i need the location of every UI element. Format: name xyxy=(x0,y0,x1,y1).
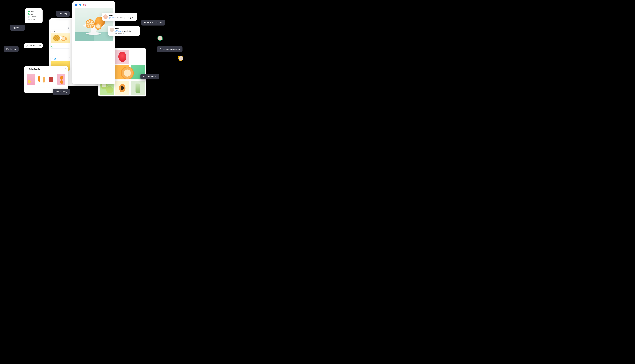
upload-icon xyxy=(26,68,28,70)
approval-item[interactable]: Jack xyxy=(28,10,41,12)
approver-name: Jack xyxy=(31,10,34,12)
upload-thumbnail[interactable] xyxy=(27,74,35,85)
caption-placeholder xyxy=(52,44,69,44)
multiple-views-pill: Multiple views xyxy=(141,74,159,80)
upload-caption-placeholder xyxy=(47,87,55,88)
mention[interactable]: @Mark xyxy=(109,17,115,19)
collaborator-cursor xyxy=(158,36,163,40)
gallery-thumbnail[interactable] xyxy=(115,65,129,80)
clock-icon xyxy=(26,45,28,47)
instagram-icon[interactable] xyxy=(83,4,86,6)
svg-rect-0 xyxy=(84,4,86,6)
facebook-icon xyxy=(52,58,53,60)
comment-bubble[interactable]: Anna @Mark is this post good to go? xyxy=(102,13,137,20)
instagram-icon xyxy=(57,58,58,60)
gallery-thumbnail[interactable] xyxy=(115,50,129,64)
check-icon xyxy=(28,11,30,12)
gallery-thumbnail[interactable] xyxy=(131,50,145,64)
approval-item[interactable]: Samuel xyxy=(28,16,41,18)
scheduled-label: Post scheduled xyxy=(29,45,41,47)
approver-name: Anne xyxy=(31,18,35,20)
media-library-pill: Media library xyxy=(53,89,70,95)
tiktok-icon xyxy=(54,30,56,32)
comment-author: Mark xyxy=(115,28,138,30)
upload-thumbnail[interactable] xyxy=(47,74,55,85)
comment-bubble[interactable]: Mark @Anna all good let's schedule it. xyxy=(108,26,140,36)
comment-text: @Anna all good let's schedule it. xyxy=(115,30,138,34)
approval-item[interactable]: Ingrid xyxy=(28,13,41,15)
comment-text: @Mark is this post good to go? xyxy=(109,17,135,19)
calendar-date: 9 xyxy=(51,54,70,57)
upload-thumbnail[interactable] xyxy=(37,74,45,85)
comment-author: Anna xyxy=(109,14,135,16)
mention[interactable]: @Anna xyxy=(115,30,121,32)
upload-caption-placeholder xyxy=(37,87,45,88)
play-icon[interactable] xyxy=(58,36,62,40)
upload-title: Upload media xyxy=(29,68,40,70)
twitter-icon[interactable] xyxy=(79,4,82,6)
publishing-pill: Publishing xyxy=(4,46,19,52)
calendar-cell[interactable]: 2 xyxy=(49,26,71,53)
svg-point-1 xyxy=(84,4,85,5)
avatar xyxy=(103,14,108,19)
facebook-icon[interactable] xyxy=(75,4,78,6)
pending-dot-icon xyxy=(28,16,30,18)
avatar xyxy=(110,28,114,32)
approved-icon xyxy=(52,46,53,48)
cross-company-pill: Cross-company collab xyxy=(157,46,183,52)
collaborator-cursor xyxy=(178,56,183,61)
gallery-thumbnail[interactable] xyxy=(115,81,129,95)
upload-caption-placeholder xyxy=(27,87,35,88)
approval-item[interactable]: Anne xyxy=(28,18,41,20)
check-icon xyxy=(28,13,30,15)
approvals-card: Jack Ingrid Samuel Anne xyxy=(25,8,43,23)
scheduled-post-card[interactable] xyxy=(51,30,70,48)
svg-point-2 xyxy=(85,4,85,4)
approver-name: Ingrid xyxy=(31,13,35,15)
planning-pill: Planning xyxy=(56,11,70,17)
twitter-icon xyxy=(54,58,56,60)
instagram-icon xyxy=(52,30,53,32)
pending-dot-icon xyxy=(28,19,30,20)
post-scheduled-chip: Post scheduled xyxy=(24,44,43,48)
post-thumbnail xyxy=(51,33,70,43)
upload-caption-placeholder xyxy=(58,87,66,88)
close-icon[interactable]: × xyxy=(65,68,66,70)
calendar-date: 2 xyxy=(51,27,70,30)
feedback-pill: Feedback in context xyxy=(141,20,165,26)
gallery-thumbnail[interactable] xyxy=(131,81,145,95)
upload-thumbnail[interactable] xyxy=(58,74,66,85)
approver-name: Samuel xyxy=(31,16,37,18)
approvals-pill: Approvals xyxy=(10,25,25,30)
